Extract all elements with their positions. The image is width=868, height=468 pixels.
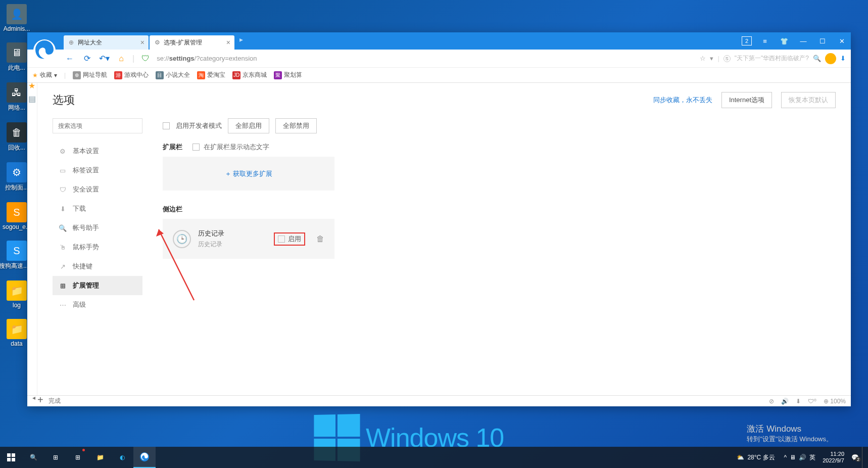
mouse-icon: 🖱 [59,243,67,251]
star-strip-icon[interactable]: ★ [28,81,36,89]
close-button[interactable]: ✕ [833,34,851,48]
get-more-card[interactable]: ＋ 获取更多扩展 [163,157,334,191]
settings-sidebar: ⚙基本设置 ▭标签设置 🛡安全设置 ⬇下载 🔍帐号助手 🖱鼠标手势 ↗快捷键 ⊞… [53,118,142,314]
sidebar-item-gestures[interactable]: 🖱鼠标手势 [53,238,142,257]
sogou-button[interactable] [133,447,156,468]
delete-icon[interactable]: 🗑 [316,235,324,244]
skin-icon[interactable]: 👕 [775,34,793,48]
status-text: 完成 [49,397,61,405]
clock-icon: 🕒 [173,230,191,248]
sound-icon[interactable]: 🔊 [781,398,789,405]
apps-button[interactable]: ⊞ [67,447,89,468]
favorites-menu[interactable]: ★收藏▾ [32,71,57,79]
desktop-icon[interactable]: S搜狗高速...器 [3,241,31,270]
sync-link[interactable]: 同步收藏，永不丢失 [653,96,712,105]
sidebar-item-account[interactable]: 🔍帐号助手 [53,218,142,238]
enable-toggle[interactable]: 启用 [274,232,305,246]
sidebar-item-security[interactable]: 🛡安全设置 [53,180,142,199]
desktop-icon[interactable]: 🗑回收... [3,122,31,152]
clock[interactable]: 11:20 2022/9/7 [823,451,844,464]
tray-chevron-icon[interactable]: ^ [784,454,787,461]
maximize-button[interactable]: ☐ [813,34,832,48]
list-strip-icon[interactable]: ▤ [28,94,36,102]
desktop-icon[interactable]: 🖧网络... [3,82,31,112]
window-controls: 2 ≡ 👕 — ☐ ✕ [742,32,851,50]
zoom-control[interactable]: ⊕ 100% [824,398,846,405]
tab-url-collection[interactable]: ⊕ 网址大全 × [64,35,149,50]
download-status-icon[interactable]: ⬇ [796,398,801,405]
desktop-icon[interactable]: Ssogou_e... [3,202,31,230]
bookmark-item[interactable]: 游游戏中心 [114,71,149,79]
reload-button[interactable]: ⟳ [81,53,93,65]
restore-defaults-button[interactable]: 恢复本页默认 [781,92,836,108]
badge-count[interactable]: 2 [742,36,752,45]
bookmark-item[interactable]: 目小说大全 [156,71,190,79]
search-input[interactable] [53,118,142,133]
sidebar-item-advanced[interactable]: ⋯高级 [53,295,142,314]
bookmark-item[interactable]: JD京东商城 [232,71,267,79]
shield-icon[interactable]: 🛡 [139,53,152,65]
sidebar-item-extensions[interactable]: ⊞扩展管理 [53,276,142,295]
shield-status-icon[interactable]: 🛡⁰ [808,398,816,405]
activate-watermark: 激活 Windows 转到"设置"以激活 Windows。 [747,423,833,444]
search-button[interactable]: 🔍 [22,447,44,468]
bookmark-item[interactable]: 淘爱淘宝 [197,71,225,79]
enable-all-button[interactable]: 全部启用 [228,118,269,133]
desktop-icon[interactable]: 👤Adminis... [3,4,31,32]
app-logo-icon[interactable] [32,38,57,63]
url-bar[interactable]: se://settings/?category=extension [157,55,695,62]
secure-icon[interactable]: ⊘ [769,398,774,405]
desktop-icon[interactable]: 🖥此电... [3,42,31,72]
sidebar-item-download[interactable]: ⬇下载 [53,199,142,218]
status-add-icon[interactable]: + [37,394,43,406]
close-icon[interactable]: × [226,38,230,46]
edge-button[interactable]: ◐ [111,447,133,468]
start-button[interactable] [0,447,22,468]
undo-button[interactable]: ↶▾ [98,53,110,65]
show-desktop-button[interactable] [862,447,865,468]
desktop-icons: 👤Adminis... 🖥此电... 🖧网络... 🗑回收... ⚙控制面...… [3,4,31,347]
network-icon[interactable]: 🖥 [790,454,796,461]
task-view-button[interactable]: ⊞ [44,447,67,468]
back-button[interactable]: ← [64,53,76,65]
browser-window: ⊕ 网址大全 × ⚙ 选项-扩展管理 × ▸ 2 ≡ 👕 — ☐ ✕ ← ⟳ ↶… [27,32,851,406]
settings-main: 启用开发者模式 全部启用 全部禁用 扩展栏 在扩展栏显示动态文字 ＋ 获取更多扩… [163,118,836,314]
bookmark-item[interactable]: ⊕网址导航 [73,71,107,79]
devmode-label: 启用开发者模式 [176,121,222,130]
search-placeholder[interactable]: "天下第一"华西村面临破产? [735,54,809,63]
home-button[interactable]: ⌂ [115,53,127,65]
action-center-icon[interactable]: 💬2 [851,454,859,461]
gear-icon: ⚙ [59,147,67,155]
avatar[interactable] [825,53,836,64]
page-title: 选项 [53,92,75,108]
enable-checkbox[interactable] [278,236,285,243]
weather-widget[interactable]: ⛅ 28°C 多云 [737,453,775,462]
disable-all-button[interactable]: 全部禁用 [275,118,317,133]
sidebar-item-tabs[interactable]: ▭标签设置 [53,161,142,180]
search-icon[interactable]: 🔍 [813,55,821,62]
close-icon[interactable]: × [140,38,144,46]
bookmark-item[interactable]: 聚聚划算 [274,71,302,79]
desktop-icon[interactable]: 📁log [3,280,31,309]
ime-indicator[interactable]: 英 [809,453,815,462]
devmode-checkbox[interactable] [163,122,170,129]
download-icon[interactable]: ⬇ [840,55,846,62]
tab-settings-ext[interactable]: ⚙ 选项-扩展管理 × [150,35,234,50]
navbar: ← ⟳ ↶▾ ⌂ | 🛡 se://settings/?category=ext… [27,50,851,68]
internet-options-button[interactable]: Internet选项 [721,92,772,108]
tab-icon: ▭ [59,166,67,174]
showtext-checkbox[interactable] [192,144,200,151]
sidebar-item-basic[interactable]: ⚙基本设置 [53,142,142,161]
new-tab-icon[interactable]: ▸ [235,35,247,50]
tab-label: 网址大全 [78,38,102,47]
desktop-icon[interactable]: 📁data [3,319,31,347]
explorer-button[interactable]: 📁 [89,447,111,468]
minimize-button[interactable]: — [794,34,812,48]
desktop-icon[interactable]: ⚙控制面... [3,162,31,192]
star-icon[interactable]: ☆ [700,55,706,62]
menu-icon[interactable]: ≡ [756,34,774,48]
status-prev-icon[interactable]: ◂ [32,394,35,408]
sidebar-item-shortcuts[interactable]: ↗快捷键 [53,257,142,276]
volume-icon[interactable]: 🔊 [799,454,806,461]
key-icon: 🔍 [59,224,67,232]
